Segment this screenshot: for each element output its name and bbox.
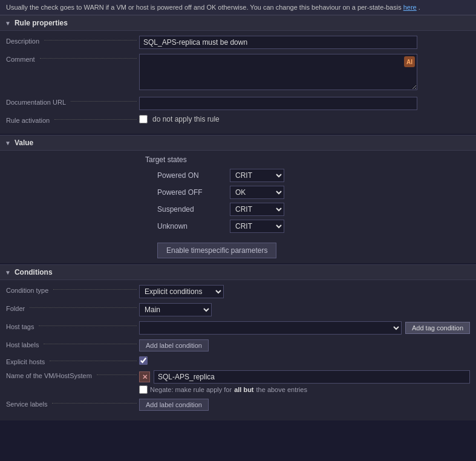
description-label: Description bbox=[6, 36, 139, 45]
comment-label: Comment bbox=[6, 54, 139, 63]
folder-row: Folder Main Root Other bbox=[6, 303, 470, 316]
rule-activation-checkbox[interactable] bbox=[139, 115, 148, 123]
explicit-hosts-checkbox[interactable] bbox=[139, 356, 148, 365]
rule-activation-label: Rule activation bbox=[6, 115, 139, 124]
doc-url-label: Documentation URL bbox=[6, 97, 139, 106]
service-labels-row: Service labels Add label condition bbox=[6, 399, 470, 411]
value-collapse-arrow: ▼ bbox=[5, 140, 11, 146]
state-row: Powered OFFCRITWARNOKUNKNOWN bbox=[157, 186, 470, 199]
target-states-label: Target states bbox=[145, 155, 470, 164]
explicit-hosts-value bbox=[139, 356, 470, 365]
vm-host-label: Name of the VM/HostSystem bbox=[6, 370, 139, 379]
vm-host-input-row: ✕ bbox=[139, 370, 470, 384]
negate-row: Negate: make rule apply for all but the … bbox=[139, 385, 470, 394]
negate-bold: all but bbox=[234, 386, 253, 393]
value-body: Target states Powered ONCRITWARNOKUNKNOW… bbox=[0, 151, 476, 263]
service-labels-label: Service labels bbox=[6, 399, 139, 408]
folder-select[interactable]: Main Root Other bbox=[139, 303, 212, 316]
state-select[interactable]: CRITWARNOKUNKNOWN bbox=[230, 220, 284, 233]
add-tag-button[interactable]: Add tag condition bbox=[405, 322, 470, 334]
rule-activation-value: do not apply this rule bbox=[139, 115, 470, 123]
host-tags-value: Add tag condition bbox=[139, 321, 470, 335]
host-labels-value: Add label condition bbox=[139, 339, 470, 351]
rule-activation-row: Rule activation do not apply this rule bbox=[6, 115, 470, 124]
negate-checkbox[interactable] bbox=[139, 385, 148, 394]
add-label-button-2[interactable]: Add label condition bbox=[139, 399, 209, 411]
negate-text: Negate: make rule apply for bbox=[150, 386, 232, 393]
ai-icon: AI bbox=[404, 56, 415, 67]
rule-properties-body: Description Comment AI Documenta bbox=[0, 31, 476, 134]
rule-activation-text: do not apply this rule bbox=[152, 115, 220, 123]
condition-type-row: Condition type Explicit conditions All c… bbox=[6, 285, 470, 298]
value-title: Value bbox=[15, 139, 33, 147]
host-labels-label: Host labels bbox=[6, 339, 139, 348]
state-row: SuspendedCRITWARNOKUNKNOWN bbox=[157, 203, 470, 216]
state-name: Unknown bbox=[157, 222, 230, 230]
comment-value: AI bbox=[139, 54, 470, 92]
vm-host-row: Name of the VM/HostSystem ✕ Negate: make… bbox=[6, 370, 470, 394]
folder-label: Folder bbox=[6, 303, 139, 312]
vm-host-value: ✕ Negate: make rule apply for all but th… bbox=[139, 370, 470, 394]
folder-value: Main Root Other bbox=[139, 303, 470, 316]
comment-wrapper: AI bbox=[139, 54, 417, 92]
host-tags-row: Host tags Add tag condition bbox=[6, 321, 470, 335]
collapse-arrow: ▼ bbox=[5, 20, 11, 27]
state-name: Powered ON bbox=[157, 171, 230, 180]
state-name: Powered OFF bbox=[157, 188, 230, 197]
host-tag-select[interactable] bbox=[139, 321, 402, 335]
condition-type-select[interactable]: Explicit conditions All conditions Folde… bbox=[139, 285, 224, 298]
description-row: Description bbox=[6, 36, 470, 49]
negate-suffix: the above entries bbox=[256, 386, 307, 393]
rule-properties-title: Rule properties bbox=[15, 19, 68, 27]
rule-properties-header[interactable]: ▼ Rule properties bbox=[0, 15, 476, 31]
value-section: ▼ Value Target states Powered ONCRITWARN… bbox=[0, 135, 476, 263]
comment-row: Comment AI bbox=[6, 54, 470, 92]
host-tags-label: Host tags bbox=[6, 321, 139, 330]
state-select[interactable]: CRITWARNOKUNKNOWN bbox=[230, 203, 284, 216]
conditions-body: Condition type Explicit conditions All c… bbox=[0, 280, 476, 420]
state-name: Suspended bbox=[157, 205, 230, 214]
state-select[interactable]: CRITWARNOKUNKNOWN bbox=[230, 169, 284, 182]
explicit-hosts-row: Explicit hosts bbox=[6, 356, 470, 365]
description-input[interactable] bbox=[139, 36, 417, 49]
condition-type-label: Condition type bbox=[6, 285, 139, 294]
conditions-collapse-arrow: ▼ bbox=[5, 269, 11, 276]
state-select[interactable]: CRITWARNOKUNKNOWN bbox=[230, 186, 284, 199]
enable-time-button[interactable]: Enable timespecific parameters bbox=[157, 243, 276, 258]
state-row: UnknownCRITWARNOKUNKNOWN bbox=[157, 220, 470, 233]
doc-url-input[interactable] bbox=[139, 97, 417, 110]
condition-type-value: Explicit conditions All conditions Folde… bbox=[139, 285, 470, 298]
doc-url-row: Documentation URL bbox=[6, 97, 470, 110]
description-value bbox=[139, 36, 470, 49]
states-container: Powered ONCRITWARNOKUNKNOWNPowered OFFCR… bbox=[6, 169, 470, 233]
rule-properties-section: ▼ Rule properties Description Comment AI bbox=[0, 15, 476, 134]
comment-input[interactable] bbox=[139, 54, 417, 90]
service-labels-value: Add label condition bbox=[139, 399, 470, 411]
doc-url-value bbox=[139, 97, 470, 110]
host-labels-row: Host labels Add label condition bbox=[6, 339, 470, 351]
top-notice: Usually the check goes to WARN if a VM o… bbox=[0, 0, 476, 15]
remove-vm-button[interactable]: ✕ bbox=[139, 371, 150, 382]
state-row: Powered ONCRITWARNOKUNKNOWN bbox=[157, 169, 470, 182]
explicit-hosts-label: Explicit hosts bbox=[6, 356, 139, 365]
add-label-button-1[interactable]: Add label condition bbox=[139, 339, 209, 351]
value-header[interactable]: ▼ Value bbox=[0, 135, 476, 151]
conditions-section: ▼ Conditions Condition type Explicit con… bbox=[0, 264, 476, 420]
here-link[interactable]: here bbox=[403, 4, 417, 11]
conditions-title: Conditions bbox=[15, 268, 53, 276]
conditions-header[interactable]: ▼ Conditions bbox=[0, 264, 476, 280]
vm-host-input[interactable] bbox=[154, 370, 470, 384]
